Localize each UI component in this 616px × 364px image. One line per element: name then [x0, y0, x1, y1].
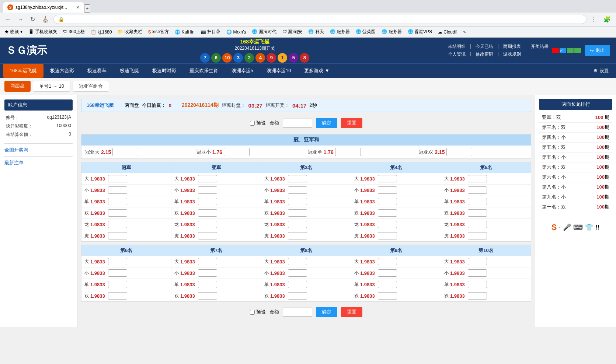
nav-item-168[interactable]: 168幸运飞艇	[3, 64, 43, 78]
ime-dot-icon[interactable]: ·	[559, 224, 561, 231]
link-settled[interactable]: 今天已结	[476, 43, 493, 50]
input-guanjun-da[interactable]	[108, 175, 127, 182]
bookmark-more[interactable]: »	[462, 29, 467, 35]
bookmark-butian[interactable]: 🌐 补天	[307, 28, 325, 36]
input-4-da[interactable]	[378, 175, 397, 182]
close-icon[interactable]: ✕	[76, 5, 80, 10]
nav-item-feiting[interactable]: 极速飞艇	[113, 64, 146, 78]
input-9-shuang[interactable]	[378, 292, 397, 300]
input-guanjun-long[interactable]	[108, 221, 127, 228]
input-yajun-dan[interactable]	[198, 198, 217, 205]
preset-checkbox-bot[interactable]	[250, 310, 255, 315]
input-8-da[interactable]	[288, 258, 307, 265]
sub-tab-guanyajun[interactable]: 冠亚军组合	[73, 81, 109, 92]
input-3-xiao[interactable]	[288, 186, 307, 194]
input-4-long[interactable]	[378, 221, 397, 228]
input-5-dan[interactable]	[468, 198, 487, 205]
refresh-button[interactable]: ↻	[28, 15, 37, 24]
ime-mic-icon[interactable]: 🎤	[563, 223, 571, 231]
input-3-shuang[interactable]	[288, 209, 307, 217]
input-6-shuang[interactable]	[108, 292, 127, 300]
input-8-xiao[interactable]	[288, 269, 307, 277]
bookmark-kj[interactable]: 📋 kj.1680	[89, 29, 113, 35]
bookmark-folder[interactable]: 📁 收藏夹栏	[116, 28, 143, 36]
bookmark-mobile[interactable]: 📱 手机收藏夹	[27, 28, 59, 36]
input-8-shuang[interactable]	[288, 292, 307, 300]
input-3-da[interactable]	[288, 175, 307, 182]
ime-keyboard-icon[interactable]: ⌨	[573, 223, 583, 231]
bookmark-360[interactable]: 🛡 360上榜	[62, 28, 86, 36]
sub-tab-danhao[interactable]: 单号1 ～ 10	[33, 81, 70, 92]
input-10-dan[interactable]	[468, 281, 487, 288]
bookmark-scan[interactable]: 📷 扫目录	[199, 28, 222, 36]
input-9-dan[interactable]	[378, 281, 397, 288]
input-9-xiao[interactable]	[378, 269, 397, 277]
input-10-da[interactable]	[468, 258, 487, 265]
input-yajun-shuang[interactable]	[198, 209, 217, 217]
input-yajun-xiao[interactable]	[198, 186, 217, 194]
amount-input-top[interactable]	[283, 119, 312, 128]
input-5-xiao[interactable]	[468, 186, 487, 194]
input-yajun-long[interactable]	[198, 221, 217, 228]
input-5-long[interactable]	[468, 221, 487, 228]
more-button[interactable]: ⋮	[589, 15, 599, 24]
input-8-dan[interactable]	[288, 281, 307, 288]
bookmark-bocai[interactable]: 🌐 菠菜圈	[354, 28, 377, 36]
extensions-button[interactable]: 🧩	[601, 15, 613, 24]
nav-item-shishi[interactable]: 极速时时彩	[146, 64, 183, 78]
input-10-shuang[interactable]	[468, 292, 487, 300]
back-button[interactable]: ←	[3, 15, 13, 24]
input-3-hu[interactable]	[288, 232, 307, 239]
reset-button-bot[interactable]: 重置	[341, 307, 362, 317]
input-7-dan[interactable]	[198, 281, 217, 288]
ime-s-icon[interactable]: S	[551, 223, 557, 232]
ime-grid-icon[interactable]: ⁞⁞	[595, 223, 600, 231]
input-7-da[interactable]	[198, 258, 217, 265]
add-tab-button[interactable]: ＋	[84, 4, 90, 13]
url-input[interactable]: http://sg138hy.zhibao.xyz/uxj/top.php	[66, 17, 582, 22]
logout-button[interactable]: ↪ 退出	[585, 45, 610, 56]
nav-settings[interactable]: ⚙ 设置	[589, 65, 613, 77]
bookmark-loophole2[interactable]: 🛡 漏洞|安	[281, 28, 304, 36]
national-lottery-link[interactable]: 全国开奖网	[4, 145, 73, 155]
input-6-dan[interactable]	[108, 281, 127, 288]
input-4-dan[interactable]	[378, 198, 397, 205]
browser-tab[interactable]: S sg138hy.zhibao.xyz/uxj/t... ✕	[3, 2, 84, 13]
link-biweekly[interactable]: 两周报表	[503, 43, 521, 50]
input-7-shuang[interactable]	[198, 292, 217, 300]
input-guanjun-shuang[interactable]	[108, 209, 127, 217]
input-5-da[interactable]	[468, 175, 487, 182]
bookmark-favorites[interactable]: ★ 收藏 ▾	[3, 28, 24, 36]
crown-input-xiao[interactable]	[224, 148, 250, 156]
reset-button-top[interactable]: 重置	[341, 118, 362, 128]
input-4-hu[interactable]	[378, 232, 397, 239]
input-7-xiao[interactable]	[198, 269, 217, 277]
preset-checkbox[interactable]	[250, 121, 255, 126]
input-4-xiao[interactable]	[378, 186, 397, 194]
input-yajun-da[interactable]	[198, 175, 217, 182]
bookmark-cloudfl[interactable]: ☁ Cloudfl	[436, 29, 459, 35]
confirm-button-top[interactable]: 确定	[316, 118, 337, 128]
nav-item-liuhecai[interactable]: 极速六合彩	[43, 64, 81, 78]
preset-label[interactable]: 预设	[250, 120, 266, 126]
nav-item-chongqing[interactable]: 重庆欢乐生肖	[183, 64, 225, 78]
input-6-xiao[interactable]	[108, 269, 127, 277]
preset-label-bot[interactable]: 预设	[250, 309, 266, 315]
input-yajun-hu[interactable]	[198, 232, 217, 239]
input-6-da[interactable]	[108, 258, 127, 265]
link-unsettled[interactable]: 未结明细	[448, 43, 466, 50]
sub-tab-liangmian[interactable]: 两面盘	[4, 81, 31, 92]
input-guanjun-dan[interactable]	[108, 198, 127, 205]
bookmark-xise[interactable]: S xise官方	[147, 28, 170, 36]
link-rules[interactable]: 游戏规则	[503, 51, 521, 57]
home-button[interactable]: ⛪	[39, 15, 51, 24]
crown-input-shuang[interactable]	[446, 148, 472, 156]
forward-button[interactable]: →	[15, 15, 26, 24]
bookmark-kali[interactable]: 🌐 Kali lin	[173, 29, 196, 35]
amount-input-bot[interactable]	[283, 308, 312, 317]
input-10-xiao[interactable]	[468, 269, 487, 277]
bookmark-loophole[interactable]: 🌐 漏洞时代	[250, 28, 278, 36]
bookmark-server1[interactable]: 🌐 服务器	[328, 28, 351, 36]
nav-item-auz10[interactable]: 澳洲幸运10	[260, 64, 297, 78]
link-result[interactable]: 开奖结果	[531, 43, 549, 50]
